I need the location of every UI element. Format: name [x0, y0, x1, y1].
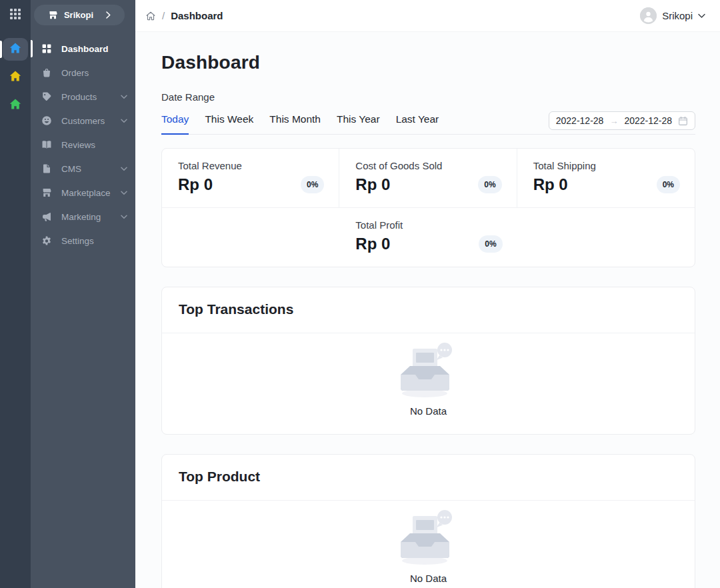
sidebar-item-label: Settings [61, 236, 127, 246]
empty-inbox-illustration [394, 508, 463, 569]
sidebar-item-marketing[interactable]: Marketing [31, 205, 135, 229]
breadcrumb: / Dashboard [145, 10, 223, 21]
date-range-filter: Today This Week This Month This Year Las… [161, 111, 695, 135]
stat-label: Cost of Goods Sold [355, 160, 501, 171]
chevron-down-icon [121, 215, 127, 219]
sidebar-item-label: Reviews [61, 140, 127, 150]
sidebar-item-label: Products [61, 92, 121, 102]
start-date-value[interactable]: 2022-12-28 [556, 115, 604, 126]
tab-this-year[interactable]: This Year [337, 113, 380, 135]
avatar [640, 7, 657, 24]
date-range-label: Date Range [161, 91, 695, 103]
sidebar-item-label: Marketing [61, 212, 121, 222]
stat-change-badge: 0% [478, 176, 501, 193]
apps-grid-icon[interactable] [10, 9, 21, 19]
marketplace-icon [41, 187, 52, 198]
sidebar-item-label: Marketplace [61, 188, 121, 198]
panel-title: Top Product [162, 455, 695, 501]
page-title: Dashboard [161, 52, 695, 73]
marketing-icon [41, 211, 52, 222]
stats-summary-card: Total Revenue Rp 0 0% Cost of Goods Sold… [161, 148, 695, 267]
stat-empty-cell [162, 208, 339, 267]
tab-this-month[interactable]: This Month [269, 113, 321, 135]
stat-total-shipping: Total Shipping Rp 0 0% [517, 149, 695, 208]
stat-label: Total Revenue [178, 160, 324, 171]
empty-state-text: No Data [410, 573, 447, 584]
top-transactions-panel: Top Transactions [161, 287, 695, 435]
stat-value: Rp 0 [178, 175, 213, 194]
stat-empty-cell [517, 208, 695, 267]
sidebar-item-products[interactable]: Products [31, 85, 135, 109]
tab-this-week[interactable]: This Week [205, 113, 253, 135]
chevron-down-icon [121, 119, 127, 123]
store-home-blue-icon [9, 41, 22, 57]
chevron-down-icon [698, 13, 705, 19]
dashboard-content: Dashboard Date Range Today This Week Thi… [135, 32, 720, 588]
empty-state-text: No Data [410, 405, 447, 417]
panel-title: Top Transactions [162, 287, 695, 333]
stat-change-badge: 0% [657, 176, 680, 193]
breadcrumb-separator: / [162, 10, 165, 21]
sidebar-item-label: Orders [61, 68, 127, 78]
top-product-panel: Top Product [161, 454, 695, 588]
reviews-icon [41, 139, 52, 150]
sidebar-item-settings[interactable]: Settings [31, 229, 135, 253]
stat-total-profit: Total Profit Rp 0 0% [339, 208, 517, 267]
store-item-current[interactable] [3, 38, 28, 61]
main-column: / Dashboard Srikopi Dashboard Date Range… [135, 0, 720, 588]
chevron-down-icon [121, 167, 127, 171]
breadcrumb-current: Dashboard [171, 10, 223, 21]
cms-icon [41, 163, 52, 174]
sidebar-item-cms[interactable]: CMS [31, 157, 135, 181]
stat-value: Rp 0 [355, 175, 390, 194]
panel-body: No Data [162, 501, 695, 588]
sidebar-item-label: CMS [61, 164, 121, 174]
stat-label: Total Shipping [533, 160, 680, 171]
store-item[interactable] [3, 94, 28, 117]
stat-value: Rp 0 [533, 175, 568, 194]
chevron-right-icon [106, 11, 111, 19]
sidebar-item-reviews[interactable]: Reviews [31, 133, 135, 157]
empty-inbox-illustration [394, 341, 463, 402]
sidebar: Srikopi Dashboard Orders Products [31, 0, 135, 588]
chevron-down-icon [121, 191, 127, 195]
storefront-icon [48, 10, 58, 20]
dashboard-icon [41, 43, 52, 54]
sidebar-item-label: Customers [61, 116, 121, 126]
stat-total-revenue: Total Revenue Rp 0 0% [162, 149, 339, 208]
calendar-icon [678, 116, 688, 126]
sidebar-item-marketplace[interactable]: Marketplace [31, 181, 135, 205]
sidebar-item-customers[interactable]: Customers [31, 109, 135, 133]
user-name: Srikopi [662, 10, 693, 21]
sidebar-nav: Dashboard Orders Products Customers [31, 37, 135, 253]
stat-label: Total Profit [355, 219, 502, 231]
store-home-green-icon [9, 97, 22, 113]
stat-cost-of-goods-sold: Cost of Goods Sold Rp 0 0% [339, 149, 517, 208]
panel-body: No Data [162, 333, 695, 434]
workspace-switcher[interactable]: Srikopi [34, 5, 125, 25]
products-icon [41, 91, 52, 102]
user-menu[interactable]: Srikopi [640, 7, 705, 24]
sidebar-item-orders[interactable]: Orders [31, 61, 135, 85]
store-rail [0, 0, 31, 588]
tab-last-year[interactable]: Last Year [396, 113, 439, 135]
home-icon[interactable] [145, 11, 156, 21]
end-date-value[interactable]: 2022-12-28 [624, 115, 672, 126]
orders-icon [41, 67, 52, 78]
arrow-right-icon: → [609, 116, 618, 126]
sidebar-item-dashboard[interactable]: Dashboard [31, 37, 135, 61]
workspace-name: Srikopi [64, 10, 93, 20]
chevron-down-icon [121, 95, 127, 99]
stat-change-badge: 0% [479, 235, 502, 253]
sidebar-item-label: Dashboard [61, 44, 127, 54]
stat-change-badge: 0% [301, 176, 324, 193]
store-item[interactable] [3, 66, 28, 89]
settings-icon [41, 235, 52, 246]
stat-value: Rp 0 [355, 235, 390, 253]
date-range-tabs: Today This Week This Month This Year Las… [161, 113, 439, 134]
date-range-picker[interactable]: 2022-12-28 → 2022-12-28 [549, 111, 695, 130]
store-home-yellow-icon [9, 69, 22, 85]
tab-today[interactable]: Today [161, 113, 189, 135]
customers-icon [41, 115, 52, 126]
topbar: / Dashboard Srikopi [135, 0, 720, 32]
